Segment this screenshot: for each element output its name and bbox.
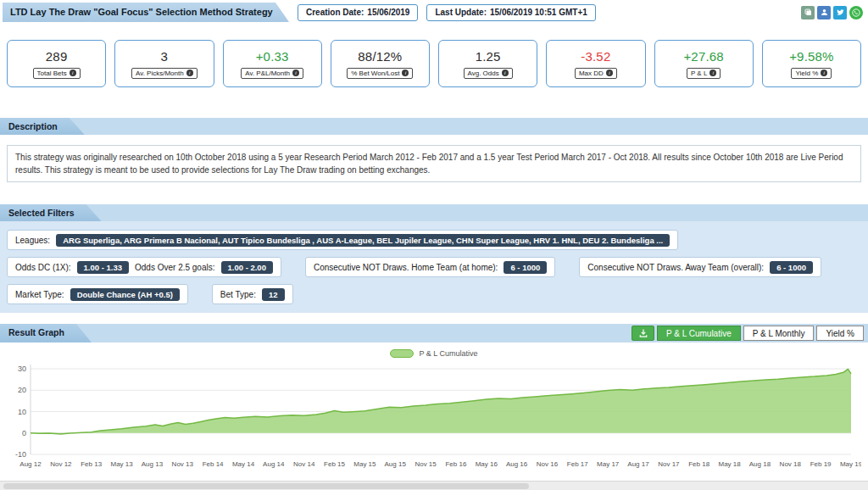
last-update-box: Last Update: 15/06/2019 10:51 GMT+1 (426, 4, 595, 21)
svg-text:Aug 16: Aug 16 (506, 460, 528, 468)
filter-row-leagues: Leagues: ARG Superliga, ARG Primera B Na… (7, 230, 861, 250)
svg-text:Nov 16: Nov 16 (537, 460, 559, 468)
stat-value: 88/12% (358, 49, 402, 64)
filter-label: Consecutive NOT Draws. Home Team (at hom… (314, 263, 498, 272)
stat-value: +27.68 (683, 49, 724, 64)
description-text: This strategy was originally researched … (7, 145, 861, 182)
info-icon[interactable] (186, 70, 193, 76)
result-graph-section: Result Graph P & L Cumulative P & L Mont… (0, 324, 868, 475)
chart-area: P & L Cumulative -100102030Aug 12Nov 12F… (0, 349, 868, 475)
stat-card-max-dd: -3.52 Max DD (546, 40, 645, 87)
graph-controls: P & L Cumulative P & L Monthly Yield % (632, 324, 868, 342)
svg-text:Feb 15: Feb 15 (324, 460, 345, 468)
filter-label: Consecutive NOT Draws. Away Team (overal… (587, 263, 764, 272)
filter-value-badge: 1.00 - 1.33 (77, 261, 129, 274)
scrollbar-thumb[interactable] (3, 483, 529, 489)
info-icon[interactable] (292, 70, 299, 76)
filter-value-badge: Double Chance (AH +0.5) (70, 288, 180, 301)
user-icon[interactable] (817, 6, 831, 19)
svg-text:Nov 12: Nov 12 (50, 460, 72, 468)
whatsapp-icon[interactable] (849, 6, 863, 19)
stat-value: 1.25 (476, 49, 501, 64)
stat-value: 3 (161, 49, 169, 64)
stat-card-pl: +27.68 P & L (654, 40, 754, 87)
stat-card-total-bets: 289 Total Bets (7, 40, 106, 87)
svg-text:0: 0 (22, 429, 26, 437)
description-strip: Description (0, 118, 868, 135)
stat-value: -3.52 (581, 49, 610, 64)
stats-row: 289 Total Bets 3 Av. Picks/Month +0.33 A… (0, 40, 868, 87)
info-icon[interactable] (606, 70, 613, 76)
stat-label: P & L (687, 68, 721, 79)
horizontal-scrollbar[interactable] (0, 481, 868, 490)
pl-cumulative-chart: -100102030Aug 12Nov 12Feb 13May 13Aug 13… (7, 359, 861, 471)
filters-body: Leagues: ARG Superliga, ARG Primera B Na… (0, 221, 868, 313)
creation-date-value: 15/06/2019 (367, 8, 409, 17)
svg-text:Feb 19: Feb 19 (810, 460, 832, 468)
filter-label: Bet Type: (220, 290, 256, 299)
filter-label: Odds Over 2.5 goals: (135, 263, 215, 272)
stat-label: Av. P&L/Month (241, 68, 303, 79)
stat-card-av-picks-month: 3 Av. Picks/Month (114, 40, 214, 87)
svg-text:Aug 18: Aug 18 (749, 460, 771, 468)
info-icon[interactable] (821, 70, 827, 76)
tab-pl-cumulative[interactable]: P & L Cumulative (657, 326, 741, 341)
filter-row-odds: Odds DC (1X): 1.00 - 1.33 Odds Over 2.5 … (7, 257, 861, 277)
svg-text:Nov 15: Nov 15 (415, 460, 437, 468)
topbar: LTD Lay The Draw "Goal Focus" Selection … (0, 0, 868, 22)
stat-card-yield: +9.58% Yield % (762, 40, 861, 87)
chart-legend: P & L Cumulative (7, 349, 861, 358)
filter-bet-type: Bet Type: 12 (212, 284, 293, 304)
share-icons (801, 6, 863, 19)
stat-value: 289 (46, 49, 68, 64)
filter-label: Market Type: (15, 290, 64, 299)
stat-card-avg-odds: 1.25 Avg. Odds (438, 40, 537, 87)
stat-label: Yield % (791, 68, 832, 79)
info-icon[interactable] (502, 70, 509, 76)
description-body: This strategy was originally researched … (0, 135, 868, 192)
filters-tab: Selected Filters (0, 204, 102, 221)
filter-consecutive-away: Consecutive NOT Draws. Away Team (overal… (579, 257, 821, 277)
svg-text:May 18: May 18 (718, 460, 741, 468)
svg-text:May 17: May 17 (597, 460, 620, 468)
info-icon[interactable] (70, 70, 76, 76)
info-icon[interactable] (709, 70, 716, 76)
tab-yield[interactable]: Yield % (816, 326, 864, 341)
description-section: Description This strategy was originally… (0, 118, 868, 192)
svg-text:Aug 12: Aug 12 (19, 460, 42, 468)
filters-strip: Selected Filters (0, 204, 868, 221)
result-graph-tab: Result Graph (0, 324, 92, 342)
page-title: LTD Lay The Draw "Goal Focus" Selection … (3, 3, 289, 22)
last-update-label: Last Update: (435, 8, 487, 17)
filter-leagues: Leagues: ARG Superliga, ARG Primera B Na… (7, 230, 678, 250)
svg-text:30: 30 (18, 365, 26, 373)
svg-text:Feb 17: Feb 17 (567, 460, 588, 468)
twitter-icon[interactable] (833, 6, 847, 19)
copy-icon[interactable] (801, 6, 815, 19)
info-icon[interactable] (402, 70, 409, 76)
svg-text:May 13: May 13 (110, 460, 133, 468)
stat-label: % Bet Won/Lost (347, 68, 413, 79)
svg-text:Nov 13: Nov 13 (172, 460, 194, 468)
creation-date-label: Creation Date: (306, 8, 364, 17)
stat-card-bet-won-lost: 88/12% % Bet Won/Lost (331, 40, 430, 87)
legend-label: P & L Cumulative (419, 349, 477, 358)
svg-text:May 15: May 15 (353, 460, 376, 468)
svg-text:Nov 18: Nov 18 (780, 460, 802, 468)
svg-text:10: 10 (18, 408, 26, 416)
svg-text:Feb 16: Feb 16 (445, 460, 466, 468)
result-graph-strip: Result Graph P & L Cumulative P & L Mont… (0, 324, 868, 342)
download-button[interactable] (632, 326, 654, 341)
svg-text:May 14: May 14 (232, 460, 255, 468)
filter-value-badge: ARG Superliga, ARG Primera B Nacional, A… (56, 234, 670, 247)
tab-pl-monthly[interactable]: P & L Monthly (743, 326, 815, 341)
svg-text:May 16: May 16 (476, 460, 498, 468)
filter-market-type: Market Type: Double Chance (AH +0.5) (7, 284, 188, 304)
filter-odds: Odds DC (1X): 1.00 - 1.33 Odds Over 2.5 … (7, 257, 281, 277)
svg-text:Feb 14: Feb 14 (203, 460, 224, 468)
svg-text:May 19: May 19 (840, 460, 861, 468)
svg-text:Aug 15: Aug 15 (385, 460, 407, 468)
filter-value-badge: 6 - 1000 (504, 261, 547, 274)
stat-value: +0.33 (256, 49, 289, 64)
filter-label: Odds DC (1X): (15, 263, 71, 272)
